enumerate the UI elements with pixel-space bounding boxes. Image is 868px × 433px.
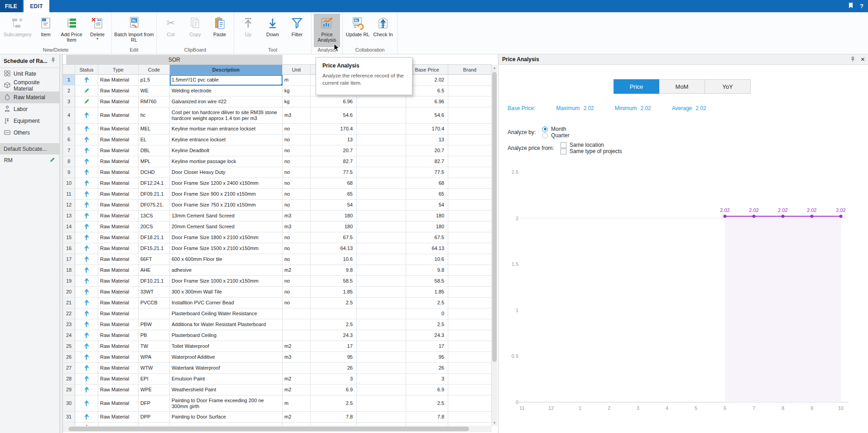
base-price-cell[interactable]: 3 <box>406 374 448 385</box>
code-cell[interactable]: 13CS <box>139 211 170 221</box>
column-header-blank[interactable] <box>63 65 75 75</box>
row-number-cell[interactable]: 28 <box>63 374 75 385</box>
row-number-cell[interactable]: 24 <box>63 330 75 341</box>
table-row[interactable]: 20Raw Material33WT300 x 300mm Wall Tilen… <box>63 287 492 298</box>
rate-cell[interactable]: 24.3 <box>311 330 357 341</box>
checkbox-same-type-of-projects[interactable]: Same type of projects <box>561 148 622 154</box>
description-cell[interactable]: Watertank Waterproof <box>170 363 283 374</box>
rate-cell[interactable]: 54 <box>311 200 357 211</box>
status-cell[interactable] <box>75 75 98 86</box>
row-number-cell[interactable]: 29 <box>63 385 75 395</box>
column-header-status[interactable]: Status <box>75 65 98 75</box>
code-cell[interactable]: WE <box>139 86 170 96</box>
base-price-cell[interactable]: 2.5 <box>406 319 448 330</box>
description-cell[interactable]: Door Frame Size 900 x 2100 x150mm <box>170 189 283 200</box>
unit-cell[interactable]: m <box>283 395 311 412</box>
code-cell[interactable]: DF09.21.1 <box>139 189 170 200</box>
extra-cell[interactable] <box>357 145 406 156</box>
status-cell[interactable] <box>75 124 98 135</box>
row-number-cell[interactable]: 17 <box>63 254 75 265</box>
radio-icon[interactable] <box>542 126 548 132</box>
base-price-cell[interactable]: 180 <box>406 221 448 232</box>
description-cell[interactable]: 1.5mm²/1C pvc cable <box>170 75 283 86</box>
type-cell[interactable]: Raw Material <box>98 86 139 96</box>
column-header-unit[interactable]: Unit <box>283 65 311 75</box>
status-cell[interactable] <box>75 86 98 96</box>
type-cell[interactable]: Raw Material <box>98 287 139 298</box>
table-row[interactable]: 2Raw MaterialWEWelding electrodekg6.5 <box>63 86 492 96</box>
extra-cell[interactable] <box>357 374 406 385</box>
brand-cell[interactable] <box>448 178 492 189</box>
status-cell[interactable] <box>75 319 98 330</box>
unit-cell[interactable]: m2 <box>283 423 311 426</box>
horizontal-scrollbar[interactable] <box>63 426 492 432</box>
description-cell[interactable]: Painting to Door Surface <box>170 412 283 423</box>
rate-cell[interactable]: 82.7 <box>311 156 357 167</box>
extra-cell[interactable] <box>357 298 406 308</box>
row-number-cell[interactable]: 32 <box>63 423 75 426</box>
type-cell[interactable]: Raw Material <box>98 412 139 423</box>
rate-cell[interactable]: 95 <box>311 352 357 363</box>
column-header-type[interactable]: Type <box>98 65 139 75</box>
row-number-cell[interactable]: 8 <box>63 156 75 167</box>
vertical-scrollbar[interactable]: ▲ ▼ <box>492 65 497 426</box>
row-number-cell[interactable]: 12 <box>63 200 75 211</box>
base-price-cell[interactable]: 6.9 <box>406 385 448 395</box>
extra-cell[interactable] <box>357 200 406 211</box>
tab-price[interactable]: Price <box>614 79 659 94</box>
status-cell[interactable] <box>75 385 98 395</box>
filter-button[interactable]: Filter <box>285 14 309 47</box>
type-cell[interactable]: Raw Material <box>98 211 139 221</box>
status-cell[interactable] <box>75 308 98 319</box>
status-cell[interactable] <box>75 96 98 107</box>
type-cell[interactable]: Raw Material <box>98 221 139 232</box>
status-cell[interactable] <box>75 189 98 200</box>
type-cell[interactable]: Raw Material <box>98 341 139 352</box>
code-cell[interactable]: DFP <box>139 395 170 412</box>
column-header-description[interactable]: Description <box>170 65 283 75</box>
brand-cell[interactable] <box>448 352 492 363</box>
base-price-cell[interactable]: 77.5 <box>406 167 448 178</box>
rate-cell[interactable]: 2.5 <box>311 395 357 412</box>
description-cell[interactable]: Door Closer Heavy Duty <box>170 167 283 178</box>
column-header-brand[interactable]: Brand <box>448 65 492 75</box>
status-cell[interactable] <box>75 412 98 423</box>
base-price-cell[interactable]: 9.8 <box>406 265 448 276</box>
status-cell[interactable] <box>75 243 98 254</box>
extra-cell[interactable] <box>357 211 406 221</box>
type-cell[interactable]: Raw Material <box>98 156 139 167</box>
item-button[interactable]: Item <box>34 14 58 47</box>
base-price-cell[interactable]: 170.4 <box>406 124 448 135</box>
row-number-cell[interactable]: 5 <box>63 124 75 135</box>
type-cell[interactable]: Raw Material <box>98 145 139 156</box>
status-cell[interactable] <box>75 232 98 243</box>
status-cell[interactable] <box>75 221 98 232</box>
base-price-cell[interactable]: 1.85 <box>406 287 448 298</box>
brand-cell[interactable] <box>448 135 492 145</box>
type-cell[interactable]: Raw Material <box>98 385 139 395</box>
base-price-cell[interactable]: 54.6 <box>406 107 448 124</box>
type-cell[interactable]: Raw Material <box>98 330 139 341</box>
code-cell[interactable]: DF10.21.1 <box>139 276 170 287</box>
extra-cell[interactable] <box>357 341 406 352</box>
base-price-cell[interactable]: 58.5 <box>406 276 448 287</box>
rate-cell[interactable]: 17 <box>311 341 357 352</box>
selection-handle[interactable] <box>280 83 283 86</box>
unit-cell[interactable]: no <box>283 145 311 156</box>
table-row[interactable]: 14Raw Material20CS20mm Cement Sand Scree… <box>63 221 492 232</box>
checkbox-icon[interactable] <box>561 142 566 148</box>
table-row[interactable]: 13Raw Material13CS13mm Cement Sand Scree… <box>63 211 492 221</box>
checkbox-same-location[interactable]: Same location <box>561 142 622 148</box>
brand-cell[interactable] <box>448 211 492 221</box>
description-cell[interactable]: Door Frame Size 1000 x 2100 x150mm <box>170 276 283 287</box>
status-cell[interactable] <box>75 330 98 341</box>
type-cell[interactable]: Raw Material <box>98 395 139 412</box>
brand-cell[interactable] <box>448 265 492 276</box>
description-cell[interactable]: Door Frame Size 750 x 2100 x150mm <box>170 200 283 211</box>
extra-cell[interactable] <box>357 385 406 395</box>
base-price-cell[interactable]: 54 <box>406 200 448 211</box>
status-cell[interactable] <box>75 167 98 178</box>
table-row[interactable]: 4Raw MaterialhcCost per ton hardcore dil… <box>63 107 492 124</box>
row-number-cell[interactable]: 20 <box>63 287 75 298</box>
unit-cell[interactable]: no <box>283 287 311 298</box>
